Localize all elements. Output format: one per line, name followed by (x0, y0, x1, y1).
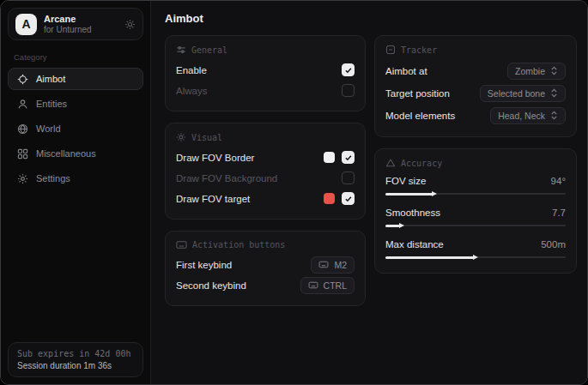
sidebar-item-label: Miscellaneous (36, 148, 96, 159)
select-value: Head, Neck (498, 111, 545, 121)
max-distance-value: 500m (541, 239, 566, 250)
main-content: Aimbot General (151, 1, 587, 384)
slider-fill (385, 193, 433, 196)
sync-gear-icon[interactable] (124, 19, 136, 30)
smoothness-slider[interactable] (385, 222, 566, 229)
target-position-select[interactable]: Selected bone (480, 85, 566, 102)
fov-target-checkbox[interactable] (342, 192, 355, 205)
page-title: Aimbot (165, 12, 577, 25)
model-elements-select[interactable]: Head, Neck (490, 107, 566, 124)
card-title: Tracker (401, 45, 437, 55)
second-keybind-button[interactable]: CTRL (300, 277, 355, 294)
check-icon (344, 153, 353, 162)
sidebar-item-world[interactable]: World (8, 117, 143, 140)
brand-card: A Arcane for Unturned (8, 8, 143, 40)
card-title: Activation buttons (192, 240, 285, 250)
keyboard-icon (318, 261, 329, 268)
sliders-icon (176, 45, 186, 55)
sidebar-item-label: Entities (36, 99, 67, 109)
slider-group: Smoothness 7.7 (385, 205, 566, 229)
setting-row: Always (176, 81, 355, 100)
gear-icon (17, 173, 28, 184)
always-checkbox[interactable] (342, 84, 355, 97)
setting-label: Max distance (385, 239, 444, 250)
enable-checkbox[interactable] (342, 63, 355, 76)
chevron-up-down-icon (550, 66, 558, 75)
setting-row: Aimbot at Zombie (385, 60, 566, 81)
sidebar: A Arcane for Unturned Category (1, 1, 151, 384)
sidebar-nav: Aimbot Entities World (8, 68, 143, 189)
tracker-box-icon (385, 45, 396, 55)
chevron-up-down-icon (550, 111, 558, 120)
keyboard-icon (176, 240, 187, 250)
check-icon (344, 195, 353, 203)
card-title: General (191, 45, 227, 55)
chevron-up-down-icon (550, 88, 558, 98)
brand-text: Arcane for Unturned (44, 14, 92, 34)
smoothness-value: 7.7 (552, 208, 566, 218)
sidebar-item-miscellaneous[interactable]: Miscellaneous (8, 142, 143, 165)
setting-row: Model elements Head, Neck (385, 105, 566, 126)
category-label: Category (14, 52, 137, 62)
slider-fill (385, 256, 474, 259)
setting-label: Model elements (385, 111, 455, 121)
card-accuracy: Accuracy FOV size 94° (374, 148, 577, 274)
setting-label: Draw FOV Background (176, 173, 277, 183)
card-general: General Enable Always (165, 35, 366, 111)
select-value: Selected bone (488, 88, 545, 99)
setting-label: Second keybind (176, 280, 246, 291)
setting-label: First keybind (176, 260, 232, 270)
aimbot-at-select[interactable]: Zombie (507, 63, 566, 80)
fov-size-slider[interactable] (385, 190, 566, 197)
globe-icon (17, 123, 28, 135)
triangle-icon (385, 158, 396, 168)
fov-border-checkbox[interactable] (342, 151, 355, 164)
fov-background-checkbox[interactable] (342, 171, 355, 184)
setting-label: Enable (176, 65, 207, 75)
card-title: Accuracy (401, 159, 442, 168)
fov-target-color-swatch[interactable] (324, 193, 335, 204)
setting-label: Aimbot at (385, 66, 427, 76)
sidebar-item-aimbot[interactable]: Aimbot (8, 68, 143, 90)
sub-expiry-text: Sub expires in 42d 00h (17, 349, 134, 358)
sidebar-item-settings[interactable]: Settings (8, 167, 143, 189)
brand-subtitle: for Unturned (44, 25, 92, 35)
grid-icon (17, 148, 28, 159)
setting-label: Draw FOV Border (176, 153, 254, 163)
setting-row: Enable (176, 60, 355, 80)
check-icon (344, 66, 353, 75)
slider-fill (385, 225, 400, 227)
setting-row: Draw FOV target (176, 189, 355, 208)
keyboard-icon (308, 281, 318, 289)
first-keybind-button[interactable]: M2 (311, 256, 355, 274)
sidebar-item-label: Aimbot (36, 74, 65, 84)
sidebar-item-label: Settings (36, 173, 70, 183)
brand-name: Arcane (44, 14, 92, 25)
fov-size-value: 94° (551, 176, 566, 186)
slider-group: Max distance 500m (385, 237, 566, 261)
subscription-status-card: Sub expires in 42d 00h Session duration … (8, 342, 143, 377)
card-title: Visual (191, 133, 222, 142)
card-tracker: Tracker Aimbot at Zombie (374, 35, 577, 137)
setting-label: Draw FOV target (176, 194, 250, 204)
entities-icon (17, 99, 28, 110)
setting-label: FOV size (385, 176, 426, 186)
sidebar-item-entities[interactable]: Entities (8, 93, 143, 115)
setting-label: Always (176, 86, 207, 96)
brand-logo: A (15, 14, 37, 35)
crosshair-icon (17, 74, 28, 85)
card-activation-buttons: Activation buttons First keybind M2 (165, 231, 366, 306)
keybind-value: CTRL (324, 280, 347, 291)
fov-border-color-swatch[interactable] (324, 152, 335, 163)
slider-track (385, 225, 566, 226)
setting-row: Draw FOV Background (176, 168, 355, 188)
setting-label: Target position (385, 88, 450, 99)
setting-row: Second keybind CTRL (176, 275, 355, 295)
setting-row: Target position Selected bone (385, 82, 566, 104)
select-value: Zombie (515, 66, 545, 76)
setting-row: First keybind M2 (176, 255, 355, 274)
slider-group: FOV size 94° (385, 173, 566, 197)
max-distance-slider[interactable] (385, 254, 566, 261)
app-window: A Arcane for Unturned Category (0, 0, 588, 385)
keybind-value: M2 (334, 260, 347, 270)
